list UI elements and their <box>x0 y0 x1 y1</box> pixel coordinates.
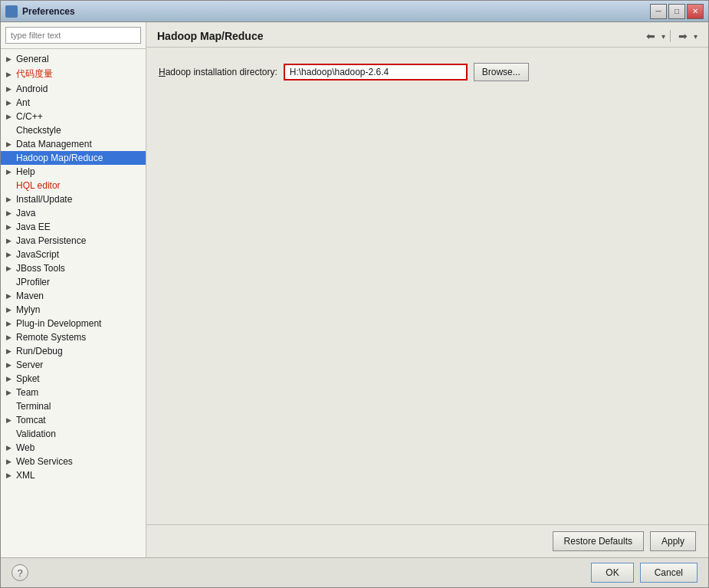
bottom-action-bar: Restore Defaults Apply <box>146 524 708 557</box>
tree-toggle-android: ▶ <box>4 84 13 94</box>
tree-container: ▶General▶代码度量▶Android▶Ant▶C/C++Checkstyl… <box>1 49 146 557</box>
sidebar-label-team: Team <box>15 387 38 398</box>
hadoop-dir-input[interactable] <box>284 64 468 80</box>
title-bar: Preferences ─ □ ✕ <box>1 1 708 22</box>
sidebar-item-datamgmt[interactable]: ▶Data Management <box>1 137 146 151</box>
tree-toggle-remotesystems: ▶ <box>4 333 13 342</box>
sidebar-item-terminal[interactable]: Terminal <box>1 399 146 413</box>
tree-toggle-tomcat: ▶ <box>4 416 13 425</box>
nav-forward-button[interactable]: ➡ <box>675 28 691 44</box>
ok-button[interactable]: OK <box>591 563 633 583</box>
tree-toggle-webservices: ▶ <box>4 457 13 466</box>
sidebar-label-help: Help <box>15 166 35 177</box>
tree-toggle-validation <box>4 429 13 439</box>
sidebar-item-xml[interactable]: ▶XML <box>1 468 146 482</box>
tree-toggle-help: ▶ <box>4 167 13 176</box>
tree-toggle-ant: ▶ <box>4 98 13 107</box>
sidebar-item-help[interactable]: ▶Help <box>1 165 146 179</box>
sidebar-item-javascript[interactable]: ▶JavaScript <box>1 248 146 261</box>
hadoop-dir-row: Hadoop installation directory: Browse... <box>159 63 696 81</box>
sidebar-item-javaee[interactable]: ▶Java EE <box>1 220 146 234</box>
tree-toggle-jbosstools: ▶ <box>4 264 13 273</box>
sidebar-item-hqleditor[interactable]: HQL editor <box>1 179 146 192</box>
help-button[interactable]: ? <box>11 564 28 581</box>
sidebar-item-tomcat[interactable]: ▶Tomcat <box>1 413 146 427</box>
tree-toggle-javaee: ▶ <box>4 222 13 232</box>
sidebar-label-server: Server <box>15 360 43 370</box>
tree-toggle-spket: ▶ <box>4 374 13 383</box>
cancel-button[interactable]: Cancel <box>640 563 698 583</box>
tree-toggle-team: ▶ <box>4 388 13 397</box>
tree-toggle-maven: ▶ <box>4 291 13 301</box>
sidebar-item-server[interactable]: ▶Server <box>1 358 146 372</box>
sidebar-item-jbosstools[interactable]: ▶JBoss Tools <box>1 261 146 275</box>
sidebar-item-checkstyle[interactable]: Checkstyle <box>1 123 146 137</box>
sidebar-label-plugindev: Plug-in Development <box>15 318 101 329</box>
sidebar-item-rundebug[interactable]: ▶Run/Debug <box>1 344 146 358</box>
tree-toggle-hqleditor <box>4 181 13 190</box>
sidebar-item-mylyn[interactable]: ▶Mylyn <box>1 303 146 317</box>
sidebar-item-spket[interactable]: ▶Spket <box>1 372 146 386</box>
sidebar-item-team[interactable]: ▶Team <box>1 386 146 399</box>
sidebar-item-general[interactable]: ▶General <box>1 52 146 66</box>
footer-bar: ? OK Cancel <box>1 557 708 587</box>
sidebar-item-web[interactable]: ▶Web <box>1 441 146 455</box>
sidebar-item-ant[interactable]: ▶Ant <box>1 96 146 110</box>
nav-back-dropdown-icon[interactable]: ▾ <box>661 32 665 41</box>
sidebar-label-javaee: Java EE <box>15 222 51 232</box>
tree-toggle-terminal <box>4 402 13 411</box>
sidebar-item-maven[interactable]: ▶Maven <box>1 289 146 303</box>
sidebar-label-checkstyle: Checkstyle <box>15 125 61 136</box>
tree-toggle-server: ▶ <box>4 360 13 370</box>
sidebar-label-web: Web <box>15 442 34 453</box>
sidebar-item-plugindev[interactable]: ▶Plug-in Development <box>1 317 146 330</box>
apply-button[interactable]: Apply <box>650 531 696 551</box>
sidebar-item-installupdate[interactable]: ▶Install/Update <box>1 192 146 206</box>
sidebar-item-android[interactable]: ▶Android <box>1 82 146 96</box>
main-panel: Hadoop Map/Reduce ⬅ ▾ ➡ ▾ Hadoop install… <box>146 22 708 557</box>
sidebar-label-xml: XML <box>15 470 35 481</box>
nav-separator <box>670 30 671 42</box>
sidebar-label-installupdate: Install/Update <box>15 194 72 205</box>
panel-title: Hadoop Map/Reduce <box>157 30 263 42</box>
panel-header: Hadoop Map/Reduce ⬅ ▾ ➡ ▾ <box>146 22 708 48</box>
tree-toggle-jprofiler <box>4 278 13 287</box>
sidebar-label-javascript: JavaScript <box>15 249 59 260</box>
maximize-button[interactable]: □ <box>668 4 685 19</box>
browse-button[interactable]: Browse... <box>474 63 529 81</box>
sidebar-label-datamgmt: Data Management <box>15 139 92 149</box>
sidebar-label-daima: 代码度量 <box>15 67 53 80</box>
close-button[interactable]: ✕ <box>687 4 704 19</box>
tree-toggle-xml: ▶ <box>4 471 13 480</box>
sidebar-label-mylyn: Mylyn <box>15 304 40 315</box>
window-controls: ─ □ ✕ <box>650 4 704 19</box>
window-icon <box>5 5 18 18</box>
tree-toggle-daima: ▶ <box>4 70 13 79</box>
sidebar-item-cpp[interactable]: ▶C/C++ <box>1 110 146 123</box>
sidebar-item-jprofiler[interactable]: JProfiler <box>1 275 146 289</box>
sidebar-label-rundebug: Run/Debug <box>15 346 63 356</box>
sidebar-item-javapersistence[interactable]: ▶Java Persistence <box>1 234 146 248</box>
sidebar-label-tomcat: Tomcat <box>15 415 46 425</box>
sidebar-item-webservices[interactable]: ▶Web Services <box>1 455 146 468</box>
sidebar-label-remotesystems: Remote Systems <box>15 332 86 343</box>
nav-forward-dropdown-icon[interactable]: ▾ <box>694 32 698 41</box>
tree-toggle-hadoop <box>4 153 13 163</box>
sidebar-item-validation[interactable]: Validation <box>1 427 146 441</box>
sidebar-item-hadoop[interactable]: Hadoop Map/Reduce <box>1 151 146 165</box>
tree-toggle-java: ▶ <box>4 209 13 218</box>
sidebar-item-java[interactable]: ▶Java <box>1 206 146 220</box>
minimize-button[interactable]: ─ <box>650 4 667 19</box>
restore-defaults-button[interactable]: Restore Defaults <box>553 531 644 551</box>
sidebar-item-daima[interactable]: ▶代码度量 <box>1 66 146 82</box>
nav-back-button[interactable]: ⬅ <box>643 28 658 44</box>
nav-buttons: ⬅ ▾ ➡ ▾ <box>643 28 698 44</box>
sidebar-item-remotesystems[interactable]: ▶Remote Systems <box>1 330 146 344</box>
sidebar-label-spket: Spket <box>15 373 40 384</box>
tree-toggle-javascript: ▶ <box>4 250 13 259</box>
dialog-buttons: OK Cancel <box>591 563 698 583</box>
tree-toggle-installupdate: ▶ <box>4 195 13 204</box>
filter-input[interactable] <box>5 27 141 44</box>
forward-icon: ➡ <box>678 30 688 42</box>
sidebar-label-maven: Maven <box>15 291 44 301</box>
